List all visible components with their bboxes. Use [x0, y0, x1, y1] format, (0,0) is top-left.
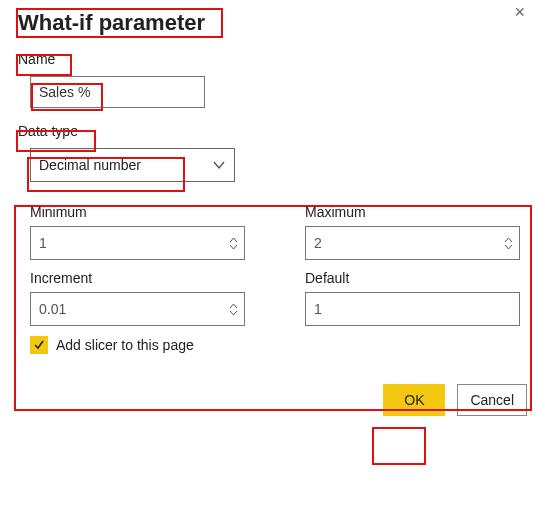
- spin-down-icon[interactable]: [229, 310, 238, 316]
- check-icon: [33, 339, 45, 351]
- add-slicer-label: Add slicer to this page: [56, 337, 194, 353]
- increment-spin-buttons[interactable]: [226, 293, 244, 325]
- spin-down-icon[interactable]: [504, 244, 513, 250]
- dialog-title: What-if parameter: [18, 10, 205, 36]
- minimum-value: 1: [31, 227, 226, 259]
- add-slicer-checkbox[interactable]: [30, 336, 48, 354]
- datatype-select[interactable]: Decimal number: [30, 148, 235, 182]
- highlight-ok: [372, 427, 426, 465]
- datatype-value: Decimal number: [39, 157, 141, 173]
- increment-input[interactable]: 0.01: [30, 292, 245, 326]
- default-value: 1: [314, 301, 322, 317]
- ok-button[interactable]: OK: [383, 384, 445, 416]
- increment-label: Increment: [30, 270, 245, 286]
- spin-up-icon[interactable]: [504, 237, 513, 243]
- spin-up-icon[interactable]: [229, 237, 238, 243]
- maximum-field: Maximum 2: [305, 204, 520, 260]
- increment-field: Increment 0.01: [30, 270, 245, 326]
- dialog-footer: OK Cancel: [0, 374, 545, 416]
- chevron-down-icon: [212, 158, 226, 172]
- spin-up-icon[interactable]: [229, 303, 238, 309]
- minimum-spin-buttons[interactable]: [226, 227, 244, 259]
- parameter-grid: Minimum 1 Maximum 2: [18, 196, 527, 364]
- maximum-label: Maximum: [305, 204, 520, 220]
- minimum-label: Minimum: [30, 204, 245, 220]
- name-section: Name: [18, 50, 527, 108]
- slicer-checkbox-row: Add slicer to this page: [30, 336, 515, 354]
- close-icon[interactable]: ×: [514, 2, 525, 23]
- default-input[interactable]: 1: [305, 292, 520, 326]
- name-label: Name: [18, 51, 55, 67]
- whatif-parameter-dialog: × What-if parameter Name Data type Decim…: [0, 0, 545, 374]
- datatype-label: Data type: [18, 123, 78, 139]
- maximum-spin-buttons[interactable]: [501, 227, 519, 259]
- maximum-input[interactable]: 2: [305, 226, 520, 260]
- minimum-field: Minimum 1: [30, 204, 245, 260]
- datatype-section: Data type Decimal number: [18, 122, 527, 182]
- default-field: Default 1: [305, 270, 520, 326]
- increment-value: 0.01: [31, 293, 226, 325]
- maximum-value: 2: [306, 227, 501, 259]
- minimum-input[interactable]: 1: [30, 226, 245, 260]
- spin-down-icon[interactable]: [229, 244, 238, 250]
- name-input[interactable]: [30, 76, 205, 108]
- default-label: Default: [305, 270, 520, 286]
- cancel-button[interactable]: Cancel: [457, 384, 527, 416]
